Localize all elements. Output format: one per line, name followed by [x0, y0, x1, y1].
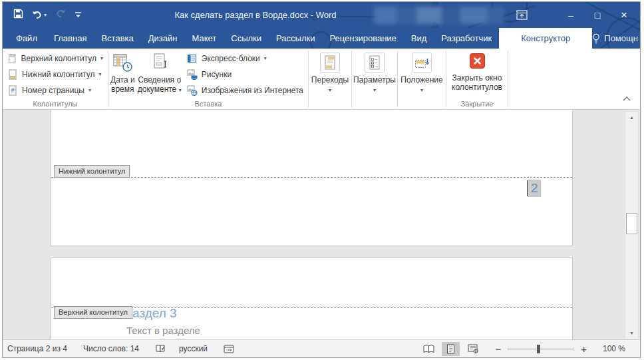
- proofing-icon[interactable]: [155, 344, 166, 354]
- quick-parts-dropdown-icon: ▾: [264, 56, 267, 61]
- zoom-slider[interactable]: [508, 349, 574, 349]
- page-number-dropdown-icon: ▾: [88, 88, 91, 93]
- tab-mailings[interactable]: Рассылки: [269, 28, 322, 49]
- header-button-label: Верхний колонтитул: [21, 54, 96, 63]
- ribbon: Верхний колонтитул ▾ Нижний колонтитул ▾…: [3, 49, 640, 110]
- status-bar: Страница 2 из 4 Число слов: 14 русский −: [3, 339, 640, 357]
- tabbar-right-controls: Помощн: [592, 28, 644, 49]
- tab-developer[interactable]: Разработчик: [434, 28, 499, 49]
- navigation-dropdown-icon: ▾: [329, 88, 331, 93]
- zoom-in-button[interactable]: +: [578, 343, 589, 355]
- navigation-label: Переходы: [311, 75, 349, 85]
- close-icon: ×: [621, 9, 627, 22]
- word-count[interactable]: Число слов: 14: [83, 344, 139, 353]
- position-label: Положение: [401, 75, 442, 85]
- tab-references[interactable]: Ссылки: [224, 28, 269, 49]
- online-pictures-button[interactable]: Изображения из Интернета: [182, 83, 308, 98]
- window-controls: – □ ×: [558, 2, 637, 28]
- scrollbar-thumb[interactable]: [626, 213, 637, 234]
- ribbon-separator: [508, 51, 508, 107]
- page-indicator[interactable]: Страница 2 из 4: [7, 344, 67, 353]
- pictures-icon: [187, 69, 198, 80]
- tab-design[interactable]: Дизайн: [141, 28, 185, 49]
- ribbon-tab-bar: Файл Главная Вставка Дизайн Макет Ссылки…: [3, 28, 640, 49]
- read-mode-icon: [423, 345, 434, 353]
- vertical-scrollbar[interactable]: ▲ ▼: [625, 111, 639, 339]
- date-time-label-line1: Дата и: [110, 75, 135, 85]
- document-info-button[interactable]: Сведения одокументе ▾: [137, 49, 182, 94]
- document-page-3[interactable]: Верхний колонтитул Раздел 3 Текст в разд…: [51, 258, 573, 339]
- section-body-text: Текст в разделе: [126, 325, 200, 336]
- online-pictures-label: Изображения из Интернета: [202, 86, 303, 95]
- word-window: ▾ Как сделать раздел в Ворде.docx - Word: [2, 1, 641, 358]
- tab-home[interactable]: Главная: [47, 28, 94, 49]
- header-button[interactable]: Верхний колонтитул ▾: [3, 51, 108, 67]
- date-time-button[interactable]: Дата ивремя: [108, 49, 137, 94]
- page-number-button[interactable]: # Номер страницы ▾: [3, 83, 108, 98]
- minimize-button[interactable]: –: [558, 2, 584, 28]
- tab-header-footer-design-active[interactable]: Конструктор: [499, 28, 592, 49]
- document-area: Нижний колонтитул 2 Верхний колонтитул Р…: [3, 110, 640, 339]
- options-icon: [365, 53, 385, 73]
- document-info-icon: [150, 53, 170, 73]
- document-info-dropdown-icon: ▾: [179, 87, 182, 93]
- scroll-up-button[interactable]: ▲: [625, 112, 638, 123]
- tell-me-control[interactable]: Помощн: [592, 33, 638, 44]
- scroll-up-icon: ▲: [629, 115, 634, 120]
- quick-parts-button[interactable]: Экспресс-блоки ▾: [182, 51, 308, 67]
- navigation-icon: [320, 53, 340, 73]
- footer-button[interactable]: Нижний колонтитул ▾: [3, 67, 108, 83]
- position-group-button[interactable]: Положение ▾: [398, 49, 446, 109]
- read-mode-button[interactable]: [420, 342, 438, 356]
- undo-dropdown-icon[interactable]: ▾: [44, 13, 47, 18]
- print-layout-button[interactable]: [442, 342, 460, 356]
- maximize-button[interactable]: □: [584, 2, 611, 28]
- window-title: Как сделать раздел в Ворде.docx - Word: [89, 2, 422, 28]
- header-icon: [7, 53, 17, 64]
- document-info-label-line1: Сведения о: [138, 75, 181, 85]
- tab-layout[interactable]: Макет: [184, 28, 224, 49]
- scroll-down-button[interactable]: ▼: [625, 327, 638, 339]
- tab-file[interactable]: Файл: [7, 28, 47, 49]
- zoom-out-button[interactable]: −: [492, 343, 504, 355]
- tab-view[interactable]: Вид: [404, 28, 434, 49]
- zoom-slider-handle[interactable]: [537, 345, 540, 353]
- pictures-button[interactable]: Рисунки: [182, 67, 308, 83]
- top-area: ▾ Как сделать раздел в Ворде.docx - Word: [3, 2, 640, 49]
- customize-qat-icon[interactable]: [75, 9, 82, 21]
- page-number-icon: #: [7, 85, 18, 96]
- tab-insert[interactable]: Вставка: [94, 28, 140, 49]
- collapse-ribbon-button[interactable]: [623, 92, 631, 104]
- online-pictures-icon: [187, 85, 198, 96]
- macro-icon[interactable]: [224, 345, 234, 353]
- lightbulb-icon: [592, 33, 600, 44]
- group-label-close: Закрытие: [446, 100, 508, 108]
- close-header-footer-button[interactable]: Закрыть окноколонтитулов: [446, 49, 508, 92]
- web-layout-button[interactable]: [464, 342, 482, 356]
- group-insert: Дата ивремя Сведения одокументе ▾ Экспре…: [108, 49, 308, 109]
- ribbon-display-options-icon[interactable]: [510, 2, 534, 28]
- footer-dropdown-icon: ▾: [99, 72, 102, 77]
- header-tag: Верхний колонтитул: [54, 306, 132, 319]
- page-number-field[interactable]: 2: [527, 180, 541, 197]
- save-icon[interactable]: [13, 9, 23, 21]
- position-icon: [412, 53, 432, 73]
- zoom-level[interactable]: 100 %: [595, 344, 625, 353]
- options-group-button[interactable]: Параметры ▾: [352, 49, 397, 109]
- date-time-label-line2: время: [111, 85, 134, 94]
- page-number-button-label: Номер страницы: [22, 86, 84, 95]
- footer-icon: [7, 69, 18, 80]
- undo-button[interactable]: ▾: [32, 11, 47, 20]
- print-layout-icon: [446, 344, 455, 354]
- tab-review[interactable]: Рецензирование: [322, 28, 403, 49]
- tell-me-label: Помощн: [604, 33, 638, 43]
- footer-button-label: Нижний колонтитул: [22, 70, 95, 79]
- close-button[interactable]: ×: [611, 2, 637, 28]
- page-number-value: 2: [528, 180, 541, 197]
- date-time-icon: [112, 53, 132, 73]
- close-header-footer-icon: [470, 53, 485, 71]
- document-page-2[interactable]: Нижний колонтитул 2: [51, 110, 573, 246]
- language-indicator[interactable]: русский: [179, 344, 208, 353]
- quick-parts-icon: [187, 53, 198, 64]
- navigation-group-button[interactable]: Переходы ▾: [309, 49, 351, 109]
